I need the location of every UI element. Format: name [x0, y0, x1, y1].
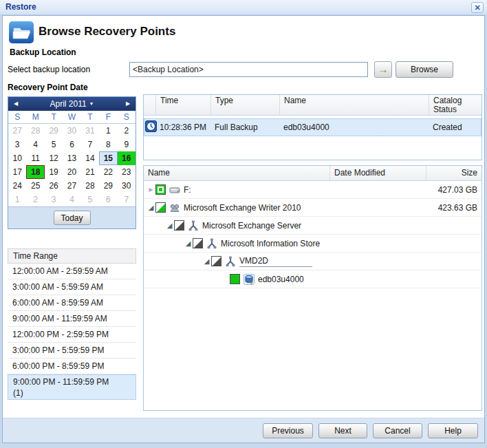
tree-column-header-size[interactable]: Size	[426, 166, 481, 180]
time-range-item-label: 9:00:00 PM - 11:59:59 PM	[13, 376, 136, 387]
calendar-day[interactable]: 23	[118, 165, 136, 179]
tree-checkbox[interactable]	[230, 275, 239, 284]
calendar-day[interactable]: 19	[45, 165, 63, 179]
browse-button[interactable]: Browse	[396, 61, 453, 78]
tree-row[interactable]: ◢Microsoft Exchange Writer 2010423.63 GB	[144, 199, 481, 217]
calendar-weekdays: SMTWTFS	[8, 111, 136, 124]
calendar-day[interactable]: 31	[81, 124, 99, 138]
time-range-item[interactable]: 6:00:00 AM - 8:59:59 AM	[8, 295, 136, 311]
calendar-month-dropdown-icon[interactable]: ▼	[89, 101, 94, 106]
calendar-day[interactable]: 16	[118, 151, 136, 165]
calendar-day[interactable]: 4	[63, 193, 80, 206]
calendar-day[interactable]: 14	[81, 151, 99, 165]
tree-checkbox[interactable]	[193, 239, 202, 248]
calendar-day[interactable]: 29	[45, 124, 63, 138]
tree-column-header-name[interactable]: Name	[144, 166, 329, 180]
time-range-item[interactable]: 12:00:00 PM - 2:59:59 PM	[8, 327, 136, 343]
calendar-day[interactable]: 29	[99, 179, 117, 193]
calendar-day[interactable]: 2	[118, 124, 136, 138]
calendar-day[interactable]: 1	[8, 193, 26, 206]
dialog-content: Browse Recovery Points Backup Location S…	[2, 15, 485, 443]
calendar-day[interactable]: 28	[26, 124, 44, 138]
calendar-footer: Today	[8, 206, 136, 228]
time-range-item-label: 3:00:00 PM - 5:59:59 PM	[12, 343, 136, 358]
calendar-day[interactable]: 7	[118, 193, 136, 206]
tree-expander-icon[interactable]: ◢	[165, 222, 174, 229]
column-header-type[interactable]: Type	[210, 95, 279, 115]
calendar-day[interactable]: 22	[99, 165, 117, 179]
tree-node-label: VMD2D	[239, 256, 312, 267]
calendar-day[interactable]: 11	[26, 151, 44, 165]
calendar-day[interactable]: 3	[45, 193, 63, 206]
previous-button[interactable]: Previous	[263, 423, 313, 438]
calendar-day[interactable]: 30	[63, 124, 80, 138]
tree-expander-icon[interactable]: ◢	[147, 204, 155, 211]
calendar-day[interactable]: 5	[81, 193, 99, 206]
node-icon	[206, 238, 217, 249]
tree-expander-icon[interactable]: ◢	[184, 239, 193, 247]
tree-row[interactable]: edb03u4000	[144, 270, 481, 288]
tree-checkbox[interactable]	[175, 221, 184, 230]
calendar-day[interactable]: 6	[99, 193, 117, 206]
backup-location-input[interactable]	[129, 62, 368, 77]
cancel-button[interactable]: Cancel	[373, 423, 422, 438]
tree-expander-icon[interactable]: ▶	[147, 186, 155, 193]
next-button[interactable]: Next	[318, 423, 367, 438]
calendar-day[interactable]: 15	[99, 151, 117, 165]
go-arrow-icon[interactable]: →	[374, 61, 392, 78]
tree-row[interactable]: ▶F:427.03 GB	[144, 181, 481, 199]
column-header-catalog-status[interactable]: Catalog Status	[429, 95, 481, 115]
tree-checkbox[interactable]	[156, 203, 165, 212]
calendar-day[interactable]: 26	[45, 179, 63, 193]
weekday-label: T	[45, 112, 63, 122]
calendar-day[interactable]: 5	[45, 138, 63, 151]
tree-checkbox[interactable]	[212, 257, 221, 266]
calendar-day[interactable]: 10	[8, 151, 26, 165]
calendar-day[interactable]: 17	[8, 165, 26, 179]
tree-row[interactable]: ◢Microsoft Exchange Server	[144, 217, 481, 235]
calendar-day[interactable]: 24	[8, 179, 26, 193]
calendar-day[interactable]: 6	[63, 138, 80, 151]
calendar-day[interactable]: 2	[26, 193, 44, 206]
calendar-next-month-icon[interactable]: ▶	[122, 97, 134, 111]
time-range-item[interactable]: 9:00:00 PM - 11:59:59 PM(1)	[8, 374, 136, 400]
recovery-point-row[interactable]: 10:28:36 PM Full Backup edb03u4000 Creat…	[144, 118, 481, 136]
column-header-name[interactable]: Name	[279, 95, 429, 115]
time-range-item[interactable]: 6:00:00 PM - 8:59:59 PM	[8, 359, 136, 374]
tree-name-cell: ◢Microsoft Exchange Server	[144, 220, 329, 231]
calendar-month-label[interactable]: April 2011	[50, 99, 86, 109]
tree-column-header-date-modified[interactable]: Date Modified	[329, 166, 426, 180]
calendar-day[interactable]: 30	[118, 179, 136, 193]
calendar-day[interactable]: 8	[99, 138, 117, 151]
tree-checkbox[interactable]	[156, 185, 165, 194]
calendar-day[interactable]: 12	[45, 151, 63, 165]
calendar-day[interactable]: 21	[81, 165, 99, 179]
calendar-day[interactable]: 1	[99, 124, 117, 138]
close-icon[interactable]: ✕	[471, 2, 484, 13]
time-range-item[interactable]: 9:00:00 AM - 11:59:59 AM	[8, 311, 136, 327]
calendar-day[interactable]: 28	[81, 179, 99, 193]
tree-row[interactable]: ◢Microsoft Information Store	[144, 235, 481, 253]
calendar-day[interactable]: 18	[26, 165, 44, 179]
calendar-day[interactable]: 3	[8, 138, 26, 151]
calendar-prev-month-icon[interactable]: ◀	[10, 97, 22, 111]
tree-expander-icon[interactable]: ◢	[202, 257, 211, 265]
column-header-time[interactable]: Time	[155, 95, 210, 115]
recovery-point-type: Full Backup	[210, 122, 279, 132]
calendar-day[interactable]: 25	[26, 179, 44, 193]
tree-row[interactable]: ◢VMD2D	[144, 253, 481, 270]
calendar-day[interactable]: 27	[63, 179, 80, 193]
today-button[interactable]: Today	[54, 211, 91, 225]
time-range-item[interactable]: 3:00:00 PM - 5:59:59 PM	[8, 343, 136, 359]
calendar-day[interactable]: 27	[8, 124, 26, 138]
time-range-item[interactable]: 12:00:00 AM - 2:59:59 AM	[8, 264, 136, 279]
page-title: Browse Recovery Points	[39, 25, 175, 39]
calendar-day[interactable]: 13	[63, 151, 80, 165]
calendar-day[interactable]: 4	[26, 138, 44, 151]
time-range-item[interactable]: 3:00:00 AM - 5:59:59 AM	[8, 279, 136, 295]
calendar-day[interactable]: 20	[63, 165, 80, 179]
database-icon	[244, 274, 255, 285]
help-button[interactable]: Help	[428, 423, 478, 438]
calendar-day[interactable]: 7	[81, 138, 99, 151]
calendar-day[interactable]: 9	[118, 138, 136, 151]
